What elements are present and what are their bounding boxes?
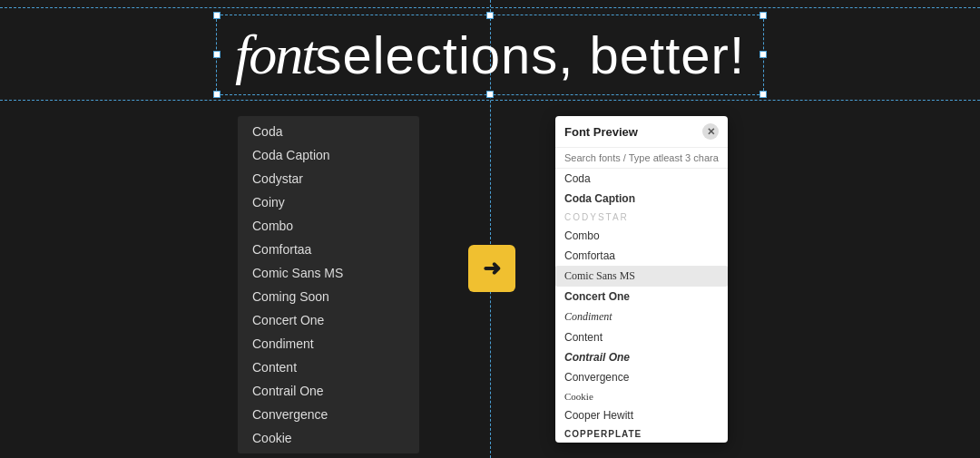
font-list-item[interactable]: Cookie xyxy=(238,426,419,450)
font-list-dropdown: CodaCoda CaptionCodystarCoinyComboComfor… xyxy=(238,116,419,453)
preview-font-item[interactable]: Cookie xyxy=(555,387,728,405)
title-script: font xyxy=(235,23,315,87)
font-list-item[interactable]: Concert One xyxy=(238,308,419,332)
handle-tm[interactable] xyxy=(486,12,494,19)
bottom-guide-line xyxy=(0,100,980,101)
panel-font-list: CodaCoda CaptionCODYSTARComboComfortaaCo… xyxy=(555,169,728,443)
handle-br[interactable] xyxy=(760,91,767,98)
preview-font-item[interactable]: Content xyxy=(555,327,728,347)
font-list-item[interactable]: Coiny xyxy=(238,190,419,214)
handle-mr[interactable] xyxy=(760,51,767,58)
preview-font-item[interactable]: Coda Caption xyxy=(555,189,728,209)
preview-font-item[interactable]: Condiment xyxy=(555,307,728,327)
font-list-item[interactable]: Combo xyxy=(238,214,419,238)
font-list-item[interactable]: Coda Caption xyxy=(238,143,419,167)
font-list-item[interactable]: Convergence xyxy=(238,403,419,426)
handle-tl[interactable] xyxy=(213,12,220,19)
handle-tr[interactable] xyxy=(760,12,767,19)
preview-font-item[interactable]: Comfortaa xyxy=(555,246,728,266)
arrow-button[interactable]: ➜ xyxy=(468,245,515,292)
panel-close-button[interactable]: ✕ xyxy=(702,123,719,140)
handle-bm[interactable] xyxy=(486,91,494,98)
panel-header: Font Preview ✕ xyxy=(555,116,728,148)
font-list-item[interactable]: Condiment xyxy=(238,332,419,356)
top-guide-line xyxy=(0,7,980,8)
font-preview-panel: Font Preview ✕ CodaCoda CaptionCODYSTARC… xyxy=(555,116,728,443)
panel-title: Font Preview xyxy=(564,125,638,139)
handle-ml[interactable] xyxy=(213,51,220,58)
preview-font-item[interactable]: Contrail One xyxy=(555,347,728,367)
panel-search-input[interactable] xyxy=(555,148,728,169)
arrow-icon: ➜ xyxy=(483,256,501,281)
handle-bl[interactable] xyxy=(213,91,220,98)
font-list-item[interactable]: Contrail One xyxy=(238,379,419,403)
preview-font-item[interactable]: Comic Sans MS xyxy=(555,266,728,287)
preview-font-item[interactable]: Coda xyxy=(555,169,728,189)
preview-font-item[interactable]: Combo xyxy=(555,226,728,246)
font-list-item[interactable]: Comic Sans MS xyxy=(238,261,419,285)
font-list-item[interactable]: Coming Soon xyxy=(238,285,419,308)
font-list-item[interactable]: Content xyxy=(238,356,419,379)
preview-font-item[interactable]: Cooper Hewitt xyxy=(555,405,728,425)
font-list-item[interactable]: Codystar xyxy=(238,167,419,190)
title-box: font selections, better! xyxy=(216,15,764,95)
preview-font-item[interactable]: Convergence xyxy=(555,367,728,387)
font-list-item[interactable]: Comfortaa xyxy=(238,238,419,261)
preview-font-item[interactable]: CODYSTAR xyxy=(555,209,728,226)
preview-font-item[interactable]: Concert One xyxy=(555,287,728,307)
preview-font-item[interactable]: COPPERPLATE xyxy=(555,425,728,443)
title-normal: selections, better! xyxy=(315,24,745,85)
header-area: font selections, better! xyxy=(0,0,980,109)
font-list-item[interactable]: Coda xyxy=(238,120,419,143)
